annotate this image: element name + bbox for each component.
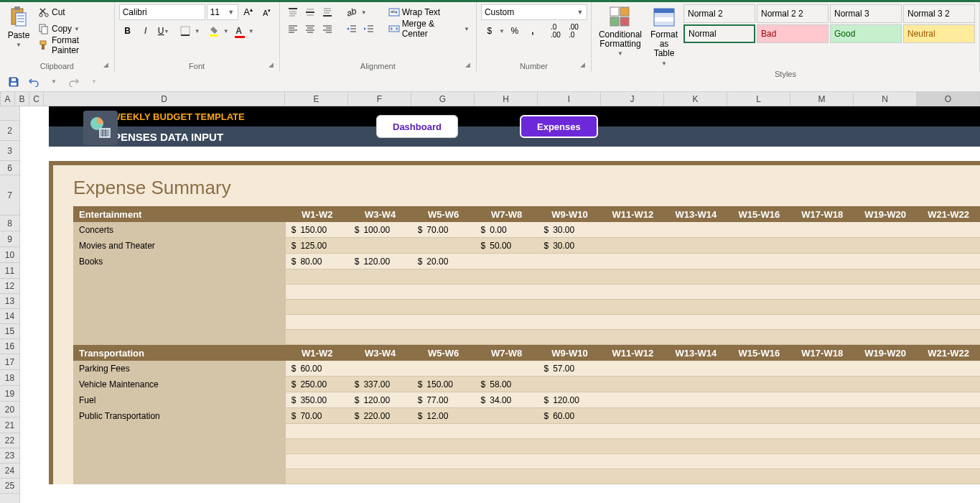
- undo-button[interactable]: [26, 74, 42, 90]
- border-button[interactable]: ▼: [177, 23, 201, 39]
- row-header-11[interactable]: 11: [0, 263, 19, 279]
- column-header-M[interactable]: M: [790, 92, 854, 106]
- cell-value[interactable]: $30.00: [538, 241, 602, 251]
- chevron-down-icon[interactable]: ▼: [575, 9, 585, 16]
- row-header-15[interactable]: 15: [0, 324, 19, 339]
- cell-value[interactable]: $350.00: [286, 395, 349, 405]
- cell-value[interactable]: $57.00: [538, 364, 602, 374]
- empty-row[interactable]: [73, 315, 980, 330]
- fill-color-button[interactable]: ▼: [205, 23, 230, 39]
- row-header-16[interactable]: 16: [0, 339, 19, 354]
- row-header-13[interactable]: 13: [0, 294, 19, 309]
- cell-value[interactable]: $77.00: [412, 395, 475, 405]
- row-label[interactable]: Concerts: [73, 222, 286, 237]
- orientation-button[interactable]: ab ▼: [343, 4, 378, 20]
- align-bottom-button[interactable]: [319, 4, 336, 20]
- row-header-25[interactable]: 25: [0, 479, 19, 494]
- cell-value[interactable]: $250.00: [286, 379, 349, 389]
- expenses-nav-button[interactable]: Expenses: [520, 115, 598, 138]
- align-right-button[interactable]: [319, 21, 336, 37]
- row-label[interactable]: Parking Fees: [73, 361, 286, 376]
- empty-row[interactable]: [73, 330, 980, 345]
- increase-font-button[interactable]: A▴: [240, 4, 257, 20]
- redo-dropdown[interactable]: ▼: [86, 74, 102, 90]
- cell-value[interactable]: $60.00: [286, 364, 349, 374]
- style-bad[interactable]: Bad: [757, 24, 829, 43]
- cell-value[interactable]: $58.00: [475, 379, 538, 389]
- decrease-decimal-button[interactable]: .00.0: [565, 23, 582, 39]
- style-normal32[interactable]: Normal 3 2: [903, 4, 975, 23]
- row-header-2[interactable]: 2: [0, 121, 19, 141]
- align-top-button[interactable]: [284, 4, 302, 20]
- font-size-input[interactable]: [207, 7, 226, 17]
- cell-value[interactable]: $70.00: [286, 411, 349, 421]
- row-label[interactable]: Books: [73, 254, 286, 269]
- empty-row[interactable]: [73, 424, 980, 439]
- font-size-combo[interactable]: ▼: [207, 4, 238, 20]
- align-center-button[interactable]: [302, 21, 319, 37]
- column-header-D[interactable]: D: [44, 92, 285, 106]
- increase-decimal-button[interactable]: .0.00: [547, 23, 564, 39]
- font-dialog-launcher[interactable]: ◢: [269, 61, 277, 70]
- italic-button[interactable]: I: [137, 23, 154, 39]
- column-header-H[interactable]: H: [475, 92, 538, 106]
- table-row[interactable]: Movies and Theater$125.00$50.00$30.00: [73, 238, 980, 254]
- cell-value[interactable]: $120.00: [349, 257, 412, 267]
- cell-value[interactable]: $120.00: [349, 395, 412, 405]
- font-name-combo[interactable]: ▼: [119, 4, 205, 20]
- decrease-indent-button[interactable]: [343, 21, 360, 37]
- row-header-19[interactable]: 19: [0, 386, 19, 402]
- format-as-table-button[interactable]: Format as Table ▼: [648, 4, 681, 68]
- cell-value[interactable]: $30.00: [538, 225, 602, 235]
- row-label[interactable]: Fuel: [73, 392, 286, 407]
- row-header-10[interactable]: 10: [0, 247, 19, 263]
- empty-row[interactable]: [73, 285, 980, 300]
- row-header-3[interactable]: 3: [0, 141, 19, 161]
- alignment-dialog-launcher[interactable]: ◢: [465, 61, 474, 70]
- cell-value[interactable]: $150.00: [286, 225, 349, 235]
- column-header-J[interactable]: J: [601, 92, 664, 106]
- row-header-8[interactable]: 8: [0, 216, 19, 231]
- comma-format-button[interactable]: ,: [524, 23, 541, 39]
- column-header-N[interactable]: N: [854, 92, 917, 106]
- table-row[interactable]: Vehicle Maintenance$250.00$337.00$150.00…: [73, 377, 980, 392]
- cell-value[interactable]: $220.00: [349, 411, 412, 421]
- empty-row[interactable]: [73, 269, 980, 285]
- paste-button[interactable]: Paste ▼: [4, 4, 33, 50]
- table-row[interactable]: Parking Fees$60.00$57.00: [73, 361, 980, 377]
- table-row[interactable]: Books$80.00$120.00$20.00: [73, 254, 980, 269]
- row-header-9[interactable]: 9: [0, 231, 19, 247]
- align-middle-button[interactable]: [302, 4, 319, 20]
- style-normal[interactable]: Normal: [683, 24, 755, 43]
- style-normal22[interactable]: Normal 2 2: [757, 4, 829, 23]
- empty-row[interactable]: [73, 454, 980, 469]
- cut-button[interactable]: Cut: [36, 4, 110, 20]
- cell-value[interactable]: $100.00: [349, 225, 412, 235]
- column-header-B[interactable]: B: [15, 92, 29, 106]
- align-left-button[interactable]: [284, 21, 302, 37]
- row-header-20[interactable]: 20: [0, 402, 19, 417]
- style-neutral[interactable]: Neutral: [903, 24, 975, 43]
- row-label[interactable]: Public Transportation: [73, 408, 286, 423]
- row-header-17[interactable]: 17: [0, 354, 19, 370]
- cell-value[interactable]: $125.00: [286, 241, 349, 251]
- row-header-18[interactable]: 18: [0, 370, 19, 386]
- font-color-button[interactable]: A ▼: [230, 23, 255, 39]
- percent-format-button[interactable]: %: [506, 23, 523, 39]
- row-header-6[interactable]: 6: [0, 161, 19, 175]
- table-row[interactable]: Concerts$150.00$100.00$70.00$0.00$30.00: [73, 222, 980, 238]
- cell-value[interactable]: $337.00: [349, 379, 412, 389]
- column-header-O[interactable]: O: [917, 92, 980, 106]
- cell-value[interactable]: $20.00: [412, 257, 475, 267]
- row-label[interactable]: Vehicle Maintenance: [73, 377, 286, 392]
- row-header-21[interactable]: 21: [0, 417, 19, 433]
- cell-value[interactable]: $80.00: [286, 257, 349, 267]
- row-header-23[interactable]: 23: [0, 448, 19, 463]
- number-format-combo[interactable]: ▼: [481, 4, 587, 20]
- row-label[interactable]: Movies and Theater: [73, 238, 286, 253]
- row-header-[interactable]: [0, 106, 19, 121]
- merge-center-button[interactable]: Merge & Center ▼: [386, 21, 472, 37]
- underline-button[interactable]: U▼: [155, 23, 172, 39]
- bold-button[interactable]: B: [119, 23, 136, 39]
- redo-button[interactable]: [66, 74, 82, 90]
